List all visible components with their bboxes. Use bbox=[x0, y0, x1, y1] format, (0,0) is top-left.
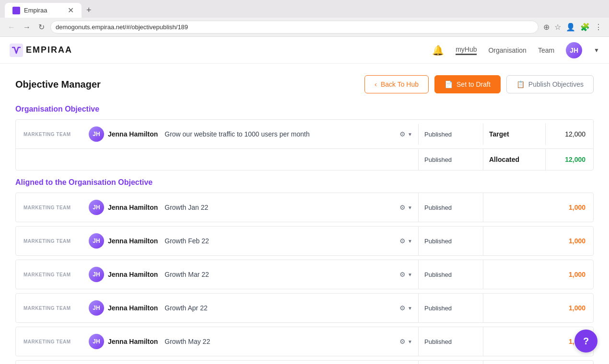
org-sub-spacer bbox=[16, 153, 83, 166]
set-to-draft-button[interactable]: 📄 Set to Draft bbox=[434, 75, 501, 93]
aligned-value-3: 1,000 bbox=[569, 304, 586, 312]
profile-icon[interactable]: 👤 bbox=[565, 22, 576, 33]
aligned-team-col-2: MARKETING TEAM bbox=[16, 260, 83, 289]
aligned-user-name-1: Jenna Hamilton bbox=[108, 237, 158, 245]
org-sub-label: Allocated bbox=[489, 156, 519, 163]
aligned-objective-text-1: Growth Feb 22 bbox=[164, 237, 209, 245]
aligned-row-1: MARKETING TEAM JH Jenna Hamilton Growth … bbox=[15, 226, 594, 256]
aligned-user-col-5: JH Jenna Hamilton Growth June 22 bbox=[83, 361, 394, 364]
org-user-name: Jenna Hamilton bbox=[108, 130, 158, 138]
browser-chrome: Empiraa ✕ + ← → ↻ ⊕ ☆ 👤 🧩 ⋮ bbox=[0, 0, 609, 37]
avatar-initials: JH bbox=[570, 46, 578, 54]
app-nav: 🔔 myHub Organisation Team JH ▼ bbox=[432, 42, 599, 58]
aligned-objective-text-2: Growth Mar 22 bbox=[164, 271, 209, 278]
nav-team[interactable]: Team bbox=[538, 46, 554, 54]
aligned-team-col-1: MARKETING TEAM bbox=[16, 227, 83, 255]
aligned-value-col-5: 1,000 bbox=[483, 361, 593, 364]
org-section-title: Organisation Objective bbox=[15, 105, 594, 114]
aligned-status-col-3: Published bbox=[418, 294, 483, 322]
browser-toolbar-icons: ⊕ ☆ 👤 🧩 ⋮ bbox=[542, 22, 603, 33]
aligned-gear-icon-0: ⚙ bbox=[399, 204, 406, 211]
aligned-gear-icon-4: ⚙ bbox=[399, 338, 406, 345]
org-status-col: Published bbox=[418, 124, 483, 145]
active-tab[interactable]: Empiraa ✕ bbox=[5, 3, 82, 18]
aligned-team-label-4: MARKETING TEAM bbox=[23, 339, 71, 344]
tab-label: Empiraa bbox=[24, 7, 47, 14]
notifications-bell[interactable]: 🔔 bbox=[432, 45, 444, 56]
aligned-gear-icon-2: ⚙ bbox=[399, 271, 406, 278]
aligned-value-col-0: 1,000 bbox=[483, 193, 593, 222]
publish-objectives-button[interactable]: 📋 Publish Objectives bbox=[506, 75, 594, 93]
org-caret-icon: ▼ bbox=[408, 132, 412, 137]
aligned-value-col-2: 1,000 bbox=[483, 260, 593, 289]
org-metric-label-col: Target bbox=[483, 124, 545, 145]
page-content: Objective Manager ‹ Back To Hub 📄 Set to… bbox=[0, 64, 609, 364]
page-title: Objective Manager bbox=[15, 79, 101, 90]
org-sub-status-badge: Published bbox=[424, 156, 452, 163]
aligned-settings-col-2[interactable]: ⚙ ▼ bbox=[394, 260, 418, 289]
org-settings-col[interactable]: ⚙ ▼ bbox=[394, 124, 418, 145]
extensions-icon[interactable]: ⊕ bbox=[542, 22, 550, 33]
app-logo[interactable]: EMPIRAA bbox=[10, 44, 72, 57]
org-objective-row: MARKETING TEAM JH Jenna Hamilton Grow ou… bbox=[15, 119, 594, 171]
aligned-user-avatar-0: JH bbox=[89, 200, 104, 215]
aligned-gear-icon-1: ⚙ bbox=[399, 237, 406, 245]
org-metric-label: Target bbox=[489, 130, 509, 138]
aligned-settings-col-0[interactable]: ⚙ ▼ bbox=[394, 193, 418, 222]
address-bar: ← → ↻ ⊕ ☆ 👤 🧩 ⋮ bbox=[0, 18, 609, 36]
org-user-col: JH Jenna Hamilton Grow our website traff… bbox=[83, 120, 394, 148]
aligned-caret-icon-0: ▼ bbox=[408, 205, 412, 210]
org-main-row: MARKETING TEAM JH Jenna Hamilton Grow ou… bbox=[16, 120, 593, 148]
org-gear-icon: ⚙ bbox=[399, 130, 406, 138]
aligned-settings-col-3[interactable]: ⚙ ▼ bbox=[394, 294, 418, 322]
aligned-gear-icon-3: ⚙ bbox=[399, 304, 406, 312]
address-input[interactable] bbox=[50, 21, 539, 34]
aligned-value-1: 1,000 bbox=[569, 237, 586, 245]
aligned-caret-icon-2: ▼ bbox=[408, 272, 412, 277]
aligned-team-label-3: MARKETING TEAM bbox=[23, 306, 71, 311]
aligned-user-name-3: Jenna Hamilton bbox=[108, 304, 158, 312]
reload-button[interactable]: ↻ bbox=[36, 22, 47, 33]
puzzle-icon[interactable]: 🧩 bbox=[579, 22, 591, 33]
aligned-status-badge-0: Published bbox=[424, 204, 452, 211]
aligned-caret-icon-4: ▼ bbox=[408, 339, 412, 344]
aligned-status-badge-2: Published bbox=[424, 271, 452, 278]
aligned-team-col-3: MARKETING TEAM bbox=[16, 294, 83, 322]
bookmark-icon[interactable]: ☆ bbox=[553, 22, 562, 33]
browser-tabs: Empiraa ✕ + bbox=[0, 0, 609, 18]
org-metric-value-col: 12,000 bbox=[545, 124, 593, 145]
org-sub-user-spacer bbox=[83, 153, 407, 166]
org-metric-value: 12,000 bbox=[565, 130, 586, 138]
aligned-settings-col-4[interactable]: ⚙ ▼ bbox=[394, 327, 418, 356]
logo-icon bbox=[10, 44, 23, 57]
settings-icon[interactable]: ⋮ bbox=[594, 22, 603, 33]
aligned-status-col-5: Published bbox=[418, 361, 483, 364]
aligned-value-2: 1,000 bbox=[569, 271, 586, 278]
help-button[interactable]: ? bbox=[574, 330, 597, 353]
org-sub-status-col: Published bbox=[418, 149, 483, 170]
aligned-settings-col-1[interactable]: ⚙ ▼ bbox=[394, 227, 418, 255]
page-header: Objective Manager ‹ Back To Hub 📄 Set to… bbox=[15, 75, 594, 93]
avatar-dropdown-arrow[interactable]: ▼ bbox=[594, 47, 599, 54]
aligned-user-col-1: JH Jenna Hamilton Growth Feb 22 bbox=[83, 227, 394, 255]
aligned-team-label-2: MARKETING TEAM bbox=[23, 272, 71, 277]
nav-myhub[interactable]: myHub bbox=[456, 46, 477, 55]
aligned-status-col-1: Published bbox=[418, 227, 483, 255]
org-objective-text: Grow our website traffic to 1000 users p… bbox=[164, 130, 309, 138]
logo-text: EMPIRAA bbox=[26, 45, 72, 55]
new-tab-button[interactable]: + bbox=[82, 3, 95, 17]
user-avatar[interactable]: JH bbox=[566, 42, 582, 58]
back-nav-button[interactable]: ← bbox=[6, 22, 17, 33]
app-header: EMPIRAA 🔔 myHub Organisation Team JH ▼ bbox=[0, 37, 609, 64]
page-actions: ‹ Back To Hub 📄 Set to Draft 📋 Publish O… bbox=[364, 75, 594, 93]
forward-nav-button[interactable]: → bbox=[21, 22, 33, 33]
tab-close-button[interactable]: ✕ bbox=[68, 6, 74, 15]
back-to-hub-button[interactable]: ‹ Back To Hub bbox=[364, 75, 429, 93]
set-to-draft-label: Set to Draft bbox=[457, 80, 491, 88]
aligned-user-col-4: JH Jenna Hamilton Growth May 22 bbox=[83, 327, 394, 356]
aligned-settings-col-5[interactable]: ⚙ ▼ bbox=[394, 361, 418, 364]
aligned-row-0: MARKETING TEAM JH Jenna Hamilton Growth … bbox=[15, 193, 594, 222]
draft-icon: 📄 bbox=[445, 80, 453, 88]
nav-organisation[interactable]: Organisation bbox=[488, 46, 526, 54]
aligned-user-name-0: Jenna Hamilton bbox=[108, 204, 158, 211]
